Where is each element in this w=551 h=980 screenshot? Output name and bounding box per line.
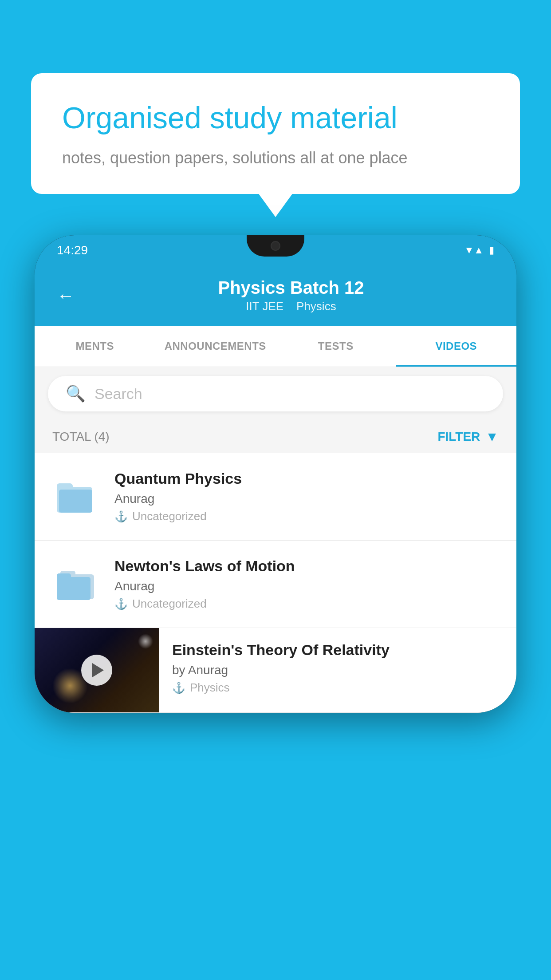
back-button[interactable]: ← xyxy=(57,286,75,306)
tab-videos[interactable]: VIDEOS xyxy=(396,326,517,367)
phone-device: 14:29 ▼▲ ▮ ← Physics Batch 12 IIT JEE Ph… xyxy=(35,235,516,713)
tab-ments[interactable]: MENTS xyxy=(35,326,155,367)
search-icon: 🔍 xyxy=(66,384,86,403)
search-placeholder-text: Search xyxy=(94,385,142,403)
search-input-wrapper[interactable]: 🔍 Search xyxy=(48,376,503,411)
tag-icon: ⚓ xyxy=(114,598,128,610)
search-container: 🔍 Search xyxy=(35,367,516,420)
video-author: Anurag xyxy=(114,492,499,506)
subtitle-physics: Physics xyxy=(296,300,336,313)
video-category: Uncategorized xyxy=(132,510,207,523)
filter-bar: TOTAL (4) FILTER ▼ xyxy=(35,420,516,453)
video-title: Newton's Laws of Motion xyxy=(114,557,499,575)
video-thumbnail-einstein xyxy=(35,628,159,712)
filter-label: FILTER xyxy=(437,430,480,444)
folder-icon-quantum xyxy=(52,472,101,521)
video-list: Quantum Physics Anurag ⚓ Uncategorized xyxy=(35,453,516,713)
video-info-quantum: Quantum Physics Anurag ⚓ Uncategorized xyxy=(114,470,499,523)
notch xyxy=(247,235,304,257)
filter-icon: ▼ xyxy=(485,429,499,444)
battery-icon: ▮ xyxy=(489,245,494,256)
speech-bubble: Organised study material notes, question… xyxy=(31,73,520,194)
video-category: Uncategorized xyxy=(132,597,207,611)
speech-bubble-container: Organised study material notes, question… xyxy=(31,73,520,194)
bubble-subtitle: notes, question papers, solutions all at… xyxy=(62,149,489,167)
tabs-container: MENTS ANNOUNCEMENTS TESTS VIDEOS xyxy=(35,326,516,367)
tab-tests[interactable]: TESTS xyxy=(276,326,396,367)
tab-announcements[interactable]: ANNOUNCEMENTS xyxy=(155,326,276,367)
play-button[interactable] xyxy=(81,655,112,686)
video-title: Einstein's Theory Of Relativity xyxy=(172,641,503,659)
wifi-icon: ▼▲ xyxy=(464,245,484,256)
tag-icon: ⚓ xyxy=(172,682,185,694)
app-bar-center: Physics Batch 12 IIT JEE Physics xyxy=(88,278,494,313)
app-bar-title: Physics Batch 12 xyxy=(88,278,494,298)
list-item[interactable]: Newton's Laws of Motion Anurag ⚓ Uncateg… xyxy=(35,541,516,628)
app-bar-subtitle: IIT JEE Physics xyxy=(88,300,494,313)
play-triangle-icon xyxy=(92,663,104,677)
video-info-einstein: Einstein's Theory Of Relativity by Anura… xyxy=(159,628,516,708)
thumb-stars xyxy=(137,632,154,650)
list-item[interactable]: Einstein's Theory Of Relativity by Anura… xyxy=(35,628,516,713)
svg-rect-2 xyxy=(59,490,92,513)
video-category: Physics xyxy=(190,681,230,695)
subtitle-iitjee: IIT JEE xyxy=(246,300,283,313)
tag-icon: ⚓ xyxy=(114,510,128,523)
video-author: by Anurag xyxy=(172,663,503,677)
camera-dot xyxy=(271,241,280,251)
phone-wrapper: 14:29 ▼▲ ▮ ← Physics Batch 12 IIT JEE Ph… xyxy=(35,235,516,980)
list-item[interactable]: Quantum Physics Anurag ⚓ Uncategorized xyxy=(35,453,516,541)
video-info-newton: Newton's Laws of Motion Anurag ⚓ Uncateg… xyxy=(114,557,499,611)
app-bar: ← Physics Batch 12 IIT JEE Physics xyxy=(35,265,516,326)
folder-icon-newton xyxy=(52,560,101,609)
total-count: TOTAL (4) xyxy=(52,430,110,444)
video-tag-row: ⚓ Uncategorized xyxy=(114,510,499,523)
bubble-title: Organised study material xyxy=(62,100,489,136)
status-bar: 14:29 ▼▲ ▮ xyxy=(35,235,516,265)
video-title: Quantum Physics xyxy=(114,470,499,487)
video-tag-row: ⚓ Physics xyxy=(172,681,503,695)
video-tag-row: ⚓ Uncategorized xyxy=(114,597,499,611)
svg-rect-6 xyxy=(57,573,71,581)
status-time: 14:29 xyxy=(57,243,88,257)
status-icons: ▼▲ ▮ xyxy=(464,245,494,256)
video-author: Anurag xyxy=(114,579,499,593)
filter-button[interactable]: FILTER ▼ xyxy=(437,429,499,444)
